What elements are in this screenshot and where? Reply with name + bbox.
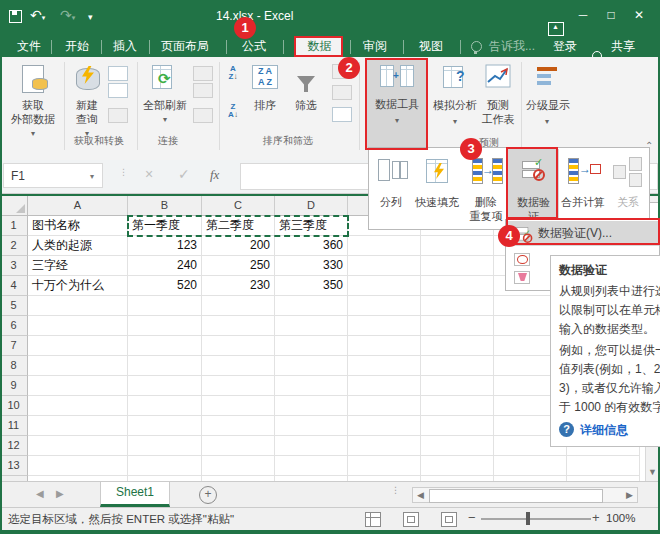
cell-D6[interactable] (275, 316, 348, 336)
cell-A4[interactable]: 十万个为什么 (28, 276, 128, 296)
close-button[interactable]: ✕ (630, 7, 648, 23)
sheet-nav-left-icon[interactable]: ◀ (36, 488, 44, 499)
cell-C10[interactable] (202, 396, 275, 416)
get-external-data-button[interactable]: 获取 外部数据 ▾ (4, 60, 62, 150)
confirm-entry-icon[interactable]: ✓ (178, 166, 190, 182)
col-header-D[interactable]: D (275, 196, 348, 216)
cell-C4[interactable]: 230 (202, 276, 275, 296)
cell-H13[interactable] (567, 456, 640, 476)
cell-C5[interactable] (202, 296, 275, 316)
page-layout-view-icon[interactable] (403, 512, 419, 527)
zoom-in-icon[interactable]: + (592, 510, 600, 525)
undo-icon[interactable]: ↶▾ (30, 8, 45, 25)
cell-D13[interactable] (275, 456, 348, 476)
row-header-7[interactable]: 7 (0, 336, 28, 356)
share-button[interactable]: 共享 (606, 36, 640, 57)
cell-E7[interactable] (348, 336, 421, 356)
cell-A8[interactable] (28, 356, 128, 376)
cell-F6[interactable] (421, 316, 494, 336)
cell-D7[interactable] (275, 336, 348, 356)
remove-duplicates-button[interactable]: → 删除 重复项 (465, 153, 507, 225)
cell-F13[interactable] (421, 456, 494, 476)
cell-F11[interactable] (421, 416, 494, 436)
row-header-2[interactable]: 2 (0, 236, 28, 256)
outline-button[interactable]: 分级显示 ▾ (526, 60, 568, 150)
minimize-button[interactable]: ─ (574, 7, 592, 23)
cell-F3[interactable] (421, 256, 494, 276)
cell-D11[interactable] (275, 416, 348, 436)
existing-connections-icon[interactable] (108, 108, 128, 123)
cell-A1[interactable]: 图书名称 (28, 216, 128, 236)
cell-A7[interactable] (28, 336, 128, 356)
cell-E2[interactable] (348, 236, 421, 256)
cell-B11[interactable] (128, 416, 202, 436)
normal-view-icon[interactable] (365, 512, 381, 527)
save-icon[interactable] (9, 10, 22, 23)
cell-A3[interactable]: 三字经 (28, 256, 128, 276)
cell-A10[interactable] (28, 396, 128, 416)
cell-A9[interactable] (28, 376, 128, 396)
tab-home[interactable]: 开始 (56, 36, 98, 57)
cell-B8[interactable] (128, 356, 202, 376)
ribbon-display-options-icon[interactable] (548, 22, 564, 36)
cell-B7[interactable] (128, 336, 202, 356)
cell-G13[interactable] (494, 456, 567, 476)
cell-A5[interactable] (28, 296, 128, 316)
sort-descending-icon[interactable]: ZA↓ (224, 103, 242, 127)
recent-sources-icon[interactable] (108, 83, 128, 98)
scroll-right-icon[interactable]: ▶ (626, 490, 633, 500)
cell-F7[interactable] (421, 336, 494, 356)
cell-F2[interactable] (421, 236, 494, 256)
cell-B9[interactable] (128, 376, 202, 396)
cell-B10[interactable] (128, 396, 202, 416)
cell-C6[interactable] (202, 316, 275, 336)
cell-F12[interactable] (421, 436, 494, 456)
flash-fill-button[interactable]: 快速填充 (410, 153, 464, 225)
insert-function-icon[interactable]: fx (210, 167, 219, 183)
maximize-button[interactable]: □ (602, 7, 620, 23)
zoom-level[interactable]: 100% (606, 512, 635, 524)
advanced-filter-icon[interactable] (332, 107, 352, 122)
text-to-columns-button[interactable]: 分列 (373, 153, 409, 225)
cell-C8[interactable] (202, 356, 275, 376)
col-header-B[interactable]: B (128, 196, 202, 216)
tab-view[interactable]: 视图 (410, 36, 452, 57)
reapply-filter-icon[interactable] (332, 85, 352, 100)
consolidate-button[interactable]: → 合并计算 (560, 153, 606, 225)
tab-formulas[interactable]: 公式 (233, 36, 275, 57)
name-box-dropdown-icon[interactable]: ▾ (90, 164, 94, 189)
cell-F4[interactable] (421, 276, 494, 296)
cell-D8[interactable] (275, 356, 348, 376)
redo-icon[interactable]: ↷▾ (60, 8, 75, 25)
cell-E4[interactable] (348, 276, 421, 296)
horizontal-scrollbar-thumb[interactable] (429, 489, 603, 503)
cell-B6[interactable] (128, 316, 202, 336)
namebox-splitter[interactable]: ⋮ (119, 170, 128, 174)
row-header-13[interactable]: 13 (0, 456, 28, 476)
tab-file[interactable]: 文件 (8, 36, 50, 57)
cell-E11[interactable] (348, 416, 421, 436)
tell-me-more-link[interactable]: 详细信息 (580, 422, 628, 439)
row-header-10[interactable]: 10 (0, 396, 28, 416)
cell-B2[interactable]: 123 (128, 236, 202, 256)
scroll-left-icon[interactable]: ◀ (417, 490, 424, 500)
row-header-9[interactable]: 9 (0, 376, 28, 396)
row-header-5[interactable]: 5 (0, 296, 28, 316)
cell-F9[interactable] (421, 376, 494, 396)
cancel-entry-icon[interactable]: × (145, 166, 153, 182)
qat-customize-icon[interactable]: ▾ (88, 10, 93, 24)
cell-C13[interactable] (202, 456, 275, 476)
new-sheet-icon[interactable]: + (199, 486, 217, 504)
tab-scroll-splitter[interactable]: ⋮ (391, 488, 400, 492)
sign-in-button[interactable]: 登录 (544, 36, 586, 57)
row-header-11[interactable]: 11 (0, 416, 28, 436)
cell-E10[interactable] (348, 396, 421, 416)
cell-E9[interactable] (348, 376, 421, 396)
page-break-view-icon[interactable] (441, 512, 457, 527)
cell-A2[interactable]: 人类的起源 (28, 236, 128, 256)
connection-properties-icon[interactable] (193, 66, 213, 81)
sheet-tab-sheet1[interactable]: Sheet1 (100, 482, 170, 507)
zoom-slider[interactable] (481, 518, 591, 520)
cell-D9[interactable] (275, 376, 348, 396)
sheet-nav-right-icon[interactable]: ▶ (56, 488, 64, 499)
